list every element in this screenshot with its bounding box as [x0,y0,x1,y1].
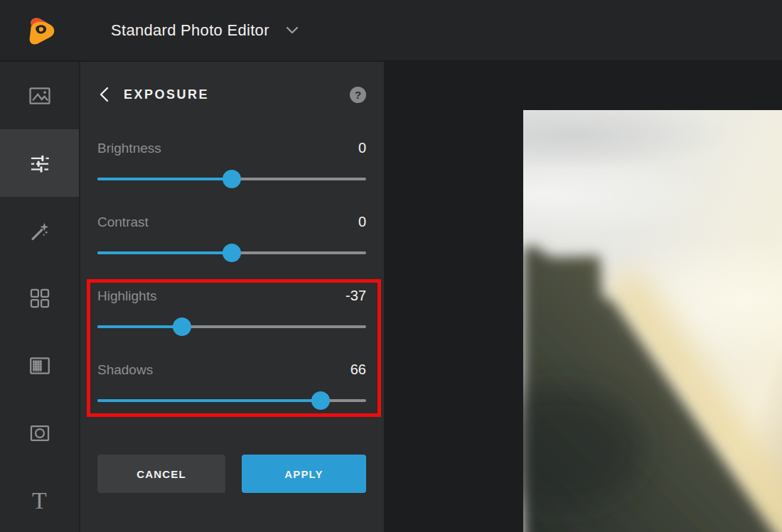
topbar: Standard Photo Editor [0,0,782,62]
image-icon [28,84,52,108]
slider-track[interactable] [97,244,366,262]
action-buttons: CANCEL APPLY [97,455,366,493]
slider-shadows: Shadows 66 [97,362,366,435]
texture-icon [28,354,52,378]
slider-value: 0 [358,140,366,156]
slider-knob[interactable] [223,244,241,262]
slider-knob[interactable] [173,317,191,336]
sidebar-item-text-tool[interactable]: T [0,467,79,532]
slider-value: 0 [358,214,366,230]
editor-title-dropdown[interactable]: Standard Photo Editor [111,21,298,40]
exposure-panel: EXPOSURE ? Brightness 0 Contrast 0 [80,62,384,532]
slider-track[interactable] [97,391,366,410]
slider-value: -37 [346,288,366,304]
panel-header: EXPOSURE ? [97,80,366,109]
slider-label: Brightness [97,141,161,156]
slider-knob[interactable] [223,170,241,188]
apply-button[interactable]: APPLY [242,455,366,493]
slider-contrast: Contrast 0 [97,214,366,288]
befunky-logo-icon[interactable] [27,16,55,45]
slider-label: Shadows [97,362,153,378]
help-icon[interactable]: ? [350,87,366,103]
panel-title: EXPOSURE [124,87,209,102]
slider-brightness: Brightness 0 [97,140,366,214]
slider-label: Highlights [97,288,156,304]
sidebar-item-textures[interactable] [0,332,79,399]
sidebar-item-image-manager[interactable] [0,62,79,129]
photo-preview [523,110,782,532]
chevron-left-icon[interactable] [97,87,112,102]
sidebar-item-effects[interactable] [0,197,79,264]
sliders-icon [28,151,52,175]
slider-value: 66 [350,362,366,378]
frame-circle-icon [28,421,52,445]
slider-track[interactable] [97,170,366,188]
app-title: Standard Photo Editor [111,21,269,40]
slider-label: Contrast [97,215,149,230]
editor-canvas [384,62,782,532]
slider-group: Brightness 0 Contrast 0 Highligh [97,140,366,435]
slider-knob[interactable] [311,391,330,410]
text-icon: T [32,489,47,513]
slider-track[interactable] [97,317,366,336]
sidebar-item-templates[interactable] [0,264,79,332]
chevron-down-icon [286,27,298,34]
slider-highlights: Highlights -37 [97,288,366,362]
cancel-button[interactable]: CANCEL [97,455,225,493]
sidebar-item-overlays[interactable] [0,399,79,467]
photo-editor-app: Standard Photo Editor [0,0,782,532]
sidebar-item-edit-adjustments[interactable] [0,129,79,197]
magic-wand-icon [28,219,52,243]
tool-sidebar: T [0,62,80,532]
photo-silhouette [523,110,782,532]
grid-icon [28,286,52,310]
